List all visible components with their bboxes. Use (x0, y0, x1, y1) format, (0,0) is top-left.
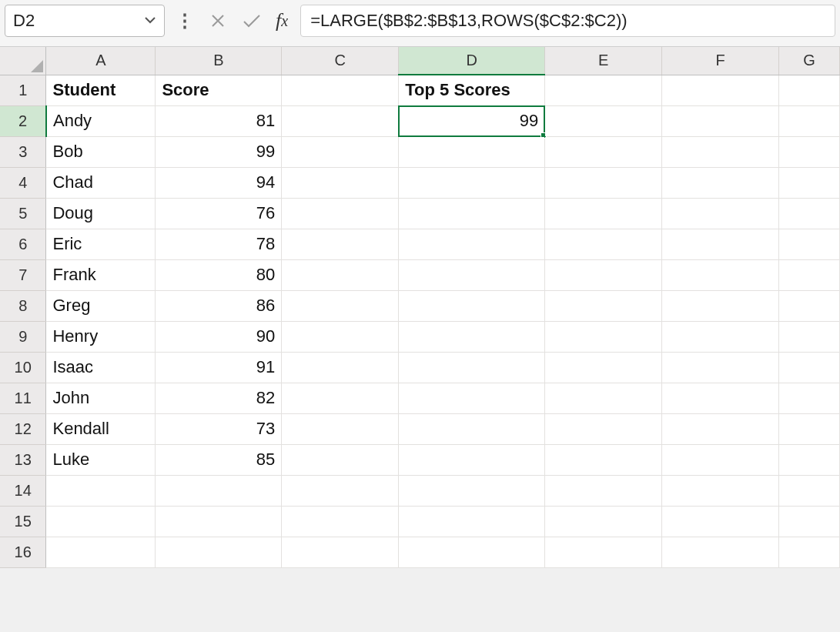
cell-E3[interactable] (545, 136, 662, 167)
cell-E2[interactable] (545, 105, 662, 136)
formula-bar-input[interactable]: =LARGE($B$2:$B$13,ROWS($C$2:$C2)) (300, 5, 835, 37)
cell-E4[interactable] (545, 167, 662, 198)
cell-E1[interactable] (545, 75, 662, 105)
cell-F11[interactable] (662, 383, 779, 413)
cell-G12[interactable] (778, 413, 839, 444)
cell-D4[interactable] (399, 167, 545, 198)
cell-F10[interactable] (662, 352, 779, 383)
cell-E10[interactable] (545, 352, 662, 383)
cell-B4[interactable]: 94 (156, 167, 282, 198)
chevron-down-icon[interactable] (141, 12, 159, 30)
cell-G8[interactable] (778, 290, 839, 321)
cell-C5[interactable] (282, 198, 399, 229)
col-header-D[interactable]: D (399, 47, 545, 75)
cell-F15[interactable] (662, 506, 779, 537)
cell-C3[interactable] (282, 136, 399, 167)
cell-F6[interactable] (662, 229, 779, 259)
cell-B7[interactable]: 80 (156, 259, 282, 290)
cell-G7[interactable] (778, 259, 839, 290)
cell-A5[interactable]: Doug (46, 198, 156, 229)
name-box[interactable]: D2 (5, 5, 165, 37)
cell-C13[interactable] (282, 444, 399, 475)
cell-G11[interactable] (778, 383, 839, 413)
cell-B9[interactable]: 90 (156, 321, 282, 352)
cell-B1[interactable]: Score (156, 75, 282, 105)
cell-D12[interactable] (399, 413, 545, 444)
col-header-E[interactable]: E (545, 47, 662, 75)
col-header-C[interactable]: C (282, 47, 399, 75)
cell-B8[interactable]: 86 (156, 290, 282, 321)
cell-G4[interactable] (778, 167, 839, 198)
cell-D16[interactable] (399, 537, 545, 567)
select-all-corner[interactable] (0, 47, 46, 75)
cell-C15[interactable] (282, 506, 399, 537)
cell-F1[interactable] (662, 75, 779, 105)
cell-E12[interactable] (545, 413, 662, 444)
cell-F8[interactable] (662, 290, 779, 321)
cell-D13[interactable] (399, 444, 545, 475)
cell-A3[interactable]: Bob (46, 136, 156, 167)
enter-check-icon[interactable] (237, 5, 266, 37)
cell-E14[interactable] (545, 475, 662, 506)
cell-B6[interactable]: 78 (156, 229, 282, 259)
cell-D3[interactable] (399, 136, 545, 167)
row-header-2[interactable]: 2 (0, 105, 46, 136)
cell-D14[interactable] (399, 475, 545, 506)
cell-F13[interactable] (662, 444, 779, 475)
cell-C14[interactable] (282, 475, 399, 506)
cell-A11[interactable]: John (46, 383, 156, 413)
cell-G13[interactable] (778, 444, 839, 475)
row-header-9[interactable]: 9 (0, 321, 46, 352)
cell-G5[interactable] (778, 198, 839, 229)
cell-G2[interactable] (778, 105, 839, 136)
cell-A4[interactable]: Chad (46, 167, 156, 198)
cell-F14[interactable] (662, 475, 779, 506)
cell-G15[interactable] (778, 506, 839, 537)
cell-B12[interactable]: 73 (156, 413, 282, 444)
cell-G9[interactable] (778, 321, 839, 352)
row-header-14[interactable]: 14 (0, 475, 46, 506)
cell-B5[interactable]: 76 (156, 198, 282, 229)
cell-A16[interactable] (46, 537, 156, 567)
cell-D6[interactable] (399, 229, 545, 259)
row-header-8[interactable]: 8 (0, 290, 46, 321)
cell-C1[interactable] (282, 75, 399, 105)
cell-C11[interactable] (282, 383, 399, 413)
row-header-11[interactable]: 11 (0, 383, 46, 413)
cell-D7[interactable] (399, 259, 545, 290)
row-header-1[interactable]: 1 (0, 75, 46, 105)
row-header-7[interactable]: 7 (0, 259, 46, 290)
col-header-A[interactable]: A (46, 47, 156, 75)
cell-A12[interactable]: Kendall (46, 413, 156, 444)
cell-E6[interactable] (545, 229, 662, 259)
cell-D15[interactable] (399, 506, 545, 537)
cell-E15[interactable] (545, 506, 662, 537)
cell-E7[interactable] (545, 259, 662, 290)
cell-C10[interactable] (282, 352, 399, 383)
cell-C16[interactable] (282, 537, 399, 567)
cell-A10[interactable]: Isaac (46, 352, 156, 383)
cell-D11[interactable] (399, 383, 545, 413)
sheet-area[interactable]: A B C D E F G 1 Student Score Top 5 Scor… (0, 47, 840, 568)
cell-A1[interactable]: Student (46, 75, 156, 105)
cell-B11[interactable]: 82 (156, 383, 282, 413)
cell-F3[interactable] (662, 136, 779, 167)
cell-B15[interactable] (156, 506, 282, 537)
cell-A13[interactable]: Luke (46, 444, 156, 475)
cell-G6[interactable] (778, 229, 839, 259)
row-header-10[interactable]: 10 (0, 352, 46, 383)
cell-B3[interactable]: 99 (156, 136, 282, 167)
row-header-4[interactable]: 4 (0, 167, 46, 198)
cancel-icon[interactable] (205, 5, 231, 37)
cell-B16[interactable] (156, 537, 282, 567)
cell-C6[interactable] (282, 229, 399, 259)
row-header-13[interactable]: 13 (0, 444, 46, 475)
cell-D9[interactable] (399, 321, 545, 352)
cell-F2[interactable] (662, 105, 779, 136)
cell-E5[interactable] (545, 198, 662, 229)
fx-icon[interactable]: fx (273, 5, 294, 37)
cell-G10[interactable] (778, 352, 839, 383)
cell-A8[interactable]: Greg (46, 290, 156, 321)
cell-E9[interactable] (545, 321, 662, 352)
col-header-G[interactable]: G (778, 47, 839, 75)
